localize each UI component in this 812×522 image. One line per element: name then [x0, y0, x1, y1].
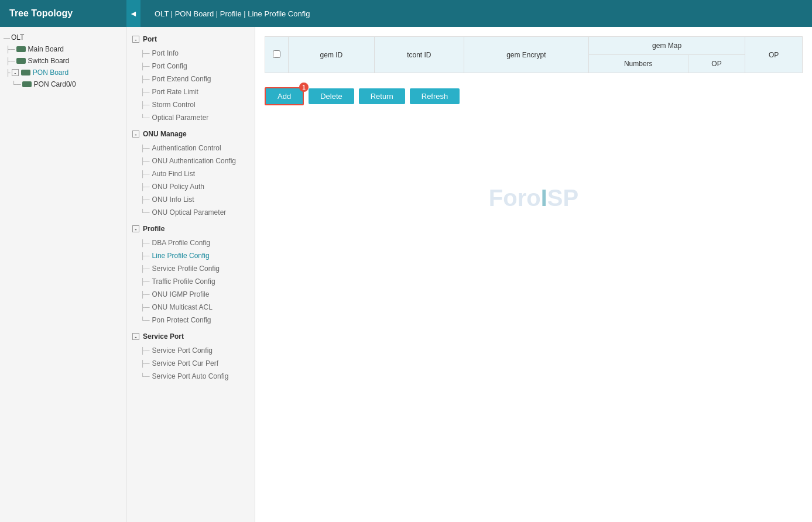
tree-connector: ├─	[6, 46, 15, 53]
profile-section-label: Profile	[143, 225, 165, 233]
main-layout: — OLT ├─ Main Board ├─ Switch Board ├ - …	[0, 27, 812, 522]
collapse-icon: ◄	[129, 9, 138, 18]
board-icon	[16, 58, 26, 64]
nav-section-header-port[interactable]: - Port	[126, 32, 255, 47]
collapse-button[interactable]: ◄	[126, 0, 141, 27]
nav-label: Service Port Config	[152, 346, 213, 355]
nav-item-service-port-config[interactable]: ├─ Service Port Config	[126, 344, 255, 357]
sidebar-item-olt[interactable]: — OLT	[0, 32, 126, 43]
nav-item-line-profile[interactable]: ├─ Line Profile Config	[126, 249, 255, 262]
nav-item-service-port-auto-config[interactable]: └─ Service Port Auto Config	[126, 370, 255, 383]
nav-connector: ├─	[141, 157, 150, 164]
onu-section-label: ONU Manage	[143, 130, 187, 138]
nav-item-dba-profile[interactable]: ├─ DBA Profile Config	[126, 236, 255, 249]
nav-item-auth-control[interactable]: ├─ Authentication Control	[126, 142, 255, 154]
table-header-tcont-id: tcont ID	[374, 37, 464, 73]
nav-connector: ├─	[141, 239, 150, 246]
nav-section-service-port: - Service Port ├─ Service Port Config ├─…	[126, 329, 255, 383]
nav-item-onu-multicast-acl[interactable]: ├─ ONU Multicast ACL	[126, 301, 255, 314]
nav-item-service-port-cur-perf[interactable]: ├─ Service Port Cur Perf	[126, 357, 255, 370]
expand-icon[interactable]: -	[132, 225, 139, 232]
nav-item-onu-optical-param[interactable]: └─ ONU Optical Parameter	[126, 206, 255, 219]
nav-label: ONU Info List	[152, 195, 194, 204]
nav-item-onu-info-list[interactable]: ├─ ONU Info List	[126, 193, 255, 206]
nav-label: Service Port Auto Config	[152, 372, 229, 380]
select-all-checkbox[interactable]	[273, 50, 280, 58]
nav-label: Auto Find List	[152, 170, 195, 178]
nav-connector: ├─	[141, 291, 150, 298]
nav-item-port-extend-config[interactable]: ├─ Port Extend Config	[126, 73, 255, 85]
table-header-gem-map-numbers: Numbers	[588, 55, 688, 73]
nav-item-traffic-profile[interactable]: ├─ Traffic Profile Config	[126, 275, 255, 288]
title-text: Tree Topology	[9, 8, 73, 19]
expand-icon[interactable]: -	[132, 130, 139, 138]
nav-item-port-info[interactable]: ├─ Port Info	[126, 47, 255, 60]
nav-connector: ├─	[141, 252, 150, 259]
nav-item-auto-find-list[interactable]: ├─ Auto Find List	[126, 167, 255, 180]
return-button[interactable]: Return	[359, 88, 405, 104]
nav-label: Service Port Cur Perf	[152, 359, 218, 368]
nav-connector: └─	[141, 209, 150, 216]
nav-connector: ├─	[141, 347, 150, 354]
table-header-op: OP	[745, 37, 803, 73]
watermark-left: Foro	[489, 185, 541, 211]
service-port-section-label: Service Port	[143, 332, 184, 341]
nav-section-header-onu[interactable]: - ONU Manage	[126, 126, 255, 142]
nav-label: DBA Profile Config	[152, 239, 210, 247]
pon-card-label: PON Card0/0	[34, 80, 76, 88]
nav-connector: ├─	[141, 88, 150, 95]
nav-section-port: - Port ├─ Port Info ├─ Port Config ├─ Po…	[126, 32, 255, 124]
table-header-checkbox	[265, 37, 289, 73]
nav-item-onu-auth-config[interactable]: ├─ ONU Authentication Config	[126, 154, 255, 167]
add-button[interactable]: Add	[265, 87, 304, 105]
nav-item-optical-parameter[interactable]: └─ Optical Parameter	[126, 111, 255, 124]
nav-section-onu-manage: - ONU Manage ├─ Authentication Control ├…	[126, 126, 255, 219]
board-icon	[21, 70, 30, 75]
nav-connector: ├─	[141, 265, 150, 272]
tree-connector: └─	[12, 81, 21, 88]
nav-label: ONU Policy Auth	[152, 183, 204, 191]
expand-icon[interactable]: -	[132, 36, 139, 43]
delete-button[interactable]: Delete	[309, 88, 354, 104]
sidebar-item-pon-card[interactable]: └─ PON Card0/0	[0, 78, 126, 90]
sidebar-item-main-board[interactable]: ├─ Main Board	[0, 43, 126, 55]
nav-item-port-config[interactable]: ├─ Port Config	[126, 60, 255, 73]
sidebar-item-pon-board[interactable]: ├ - PON Board	[0, 67, 126, 78]
nav-connector: ├─	[141, 145, 150, 152]
nav-label: Authentication Control	[152, 144, 221, 152]
nav-item-onu-igmp-profile[interactable]: ├─ ONU IGMP Profile	[126, 288, 255, 301]
nav-section-header-profile[interactable]: - Profile	[126, 221, 255, 236]
olt-label: OLT	[11, 33, 24, 42]
nav-connector: ├─	[141, 50, 150, 57]
nav-label: Optical Parameter	[152, 114, 209, 122]
pon-board-label: PON Board	[33, 68, 68, 77]
nav-item-service-profile[interactable]: ├─ Service Profile Config	[126, 262, 255, 275]
left-nav: - Port ├─ Port Info ├─ Port Config ├─ Po…	[126, 27, 255, 522]
tree-connector: —	[4, 34, 10, 41]
watermark-right: SP	[547, 185, 578, 211]
app-title: Tree Topology	[0, 0, 126, 27]
table-header-gem-map: gem Map	[588, 37, 745, 55]
nav-connector: └─	[141, 317, 150, 324]
nav-item-onu-policy-auth[interactable]: ├─ ONU Policy Auth	[126, 180, 255, 193]
nav-section-header-service-port[interactable]: - Service Port	[126, 329, 255, 344]
nav-item-storm-control[interactable]: ├─ Storm Control	[126, 98, 255, 111]
board-icon	[16, 46, 26, 52]
nav-connector: └─	[141, 114, 150, 121]
nav-item-port-rate-limit[interactable]: ├─ Port Rate Limit	[126, 85, 255, 98]
refresh-button[interactable]: Refresh	[410, 88, 460, 104]
nav-label: Port Rate Limit	[152, 88, 198, 96]
expand-icon[interactable]: -	[132, 333, 139, 340]
main-board-label: Main Board	[28, 45, 64, 53]
expand-icon[interactable]: -	[12, 69, 19, 76]
nav-connector: ├─	[141, 63, 150, 70]
add-button-wrapper: Add 1	[265, 87, 304, 105]
nav-label: ONU Multicast ACL	[152, 303, 213, 311]
nav-label: Pon Protect Config	[152, 316, 211, 324]
nav-connector: ├─	[141, 196, 150, 203]
sidebar-item-switch-board[interactable]: ├─ Switch Board	[0, 55, 126, 67]
nav-item-pon-protect-config[interactable]: └─ Pon Protect Config	[126, 314, 255, 327]
table-header-gem-map-op: OP	[688, 55, 745, 73]
nav-label: ONU Authentication Config	[152, 157, 236, 165]
switch-board-label: Switch Board	[28, 57, 70, 65]
